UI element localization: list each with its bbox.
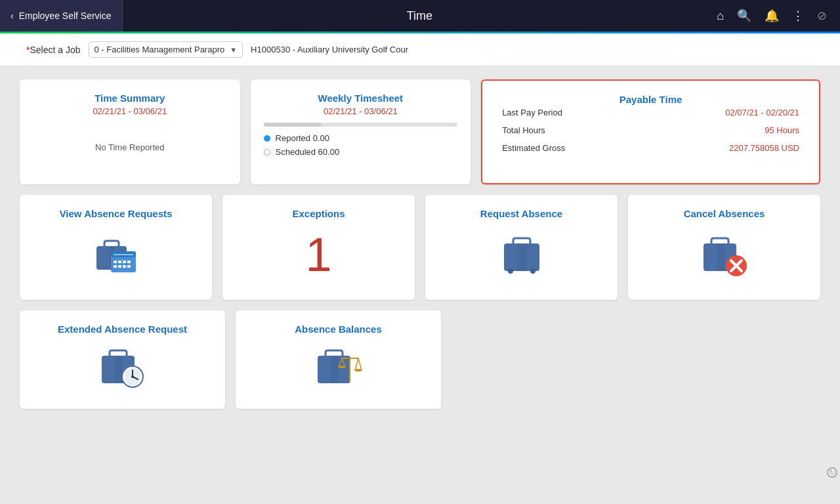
exceptions-count: 1 [305, 231, 331, 278]
estimated-gross-value: 2207.758058 USD [729, 143, 799, 153]
payable-time-content: Last Pay Period 02/07/21 - 02/20/21 Tota… [495, 108, 806, 161]
scheduled-text: Scheduled 60.00 [276, 147, 340, 157]
bottom-cards-row: Extended Absence Request [20, 310, 820, 409]
payable-time-card[interactable]: Payable Time Last Pay Period 02/07/21 - … [481, 79, 820, 184]
extended-absence-card[interactable]: Extended Absence Request [20, 310, 225, 409]
time-summary-card[interactable]: Time Summary 02/21/21 - 03/06/21 No Time… [20, 79, 240, 184]
time-summary-title: Time Summary [94, 93, 165, 104]
top-nav: ‹ Employee Self Service Time ⌂ 🔍 🔔 ⋮ ⊘ [0, 0, 840, 32]
bell-icon[interactable]: 🔔 [765, 9, 779, 23]
nav-back-label: Employee Self Service [19, 10, 112, 21]
svg-rect-5 [114, 261, 117, 263]
cancel-absences-icon [698, 232, 751, 278]
absence-balances-title: Absence Balances [295, 324, 382, 335]
svg-rect-35 [331, 356, 339, 383]
time-summary-date: 02/21/21 - 03/06/21 [93, 106, 167, 116]
view-absence-title: View Absence Requests [60, 208, 173, 219]
svg-point-32 [131, 375, 134, 378]
svg-rect-7 [123, 261, 126, 263]
last-pay-period-label: Last Pay Period [502, 108, 562, 117]
svg-rect-9 [114, 265, 117, 268]
svg-rect-10 [118, 265, 121, 268]
reported-item: Reported 0.00 [264, 133, 458, 143]
progress-bar [264, 123, 458, 127]
extended-absence-title: Extended Absence Request [58, 324, 187, 335]
nav-center: Time [123, 9, 717, 23]
nav-right-icons: ⌂ 🔍 🔔 ⋮ ⊘ [717, 9, 840, 23]
absence-balances-icon-area [312, 337, 365, 396]
reported-text: Reported 0.00 [276, 133, 329, 143]
nav-page-title: Time [407, 9, 432, 22]
total-hours-value: 95 Hours [765, 125, 799, 135]
svg-point-18 [530, 268, 536, 274]
no-entry-icon: ⊘ [817, 9, 827, 23]
progress-bar-fill [264, 123, 322, 127]
job-select-value: 0 - Facilities Management Parapro [94, 45, 225, 54]
exceptions-card[interactable]: Exceptions 1 [222, 195, 415, 300]
total-hours-label: Total Hours [502, 125, 545, 135]
svg-point-17 [508, 268, 513, 274]
back-nav[interactable]: ‹ Employee Self Service [0, 0, 123, 32]
exceptions-title: Exceptions [292, 208, 345, 219]
absence-balances-card[interactable]: Absence Balances [236, 310, 441, 409]
more-menu-icon[interactable]: ⋮ [792, 9, 804, 23]
dropdown-chevron-icon: ▼ [230, 46, 237, 54]
required-asterisk: * [26, 45, 30, 55]
timesheet-content: Reported 0.00 Scheduled 60.00 [264, 123, 458, 161]
estimated-gross-row: Estimated Gross 2207.758058 USD [495, 143, 806, 153]
main-content: Time Summary 02/21/21 - 03/06/21 No Time… [0, 66, 840, 504]
last-pay-period-row: Last Pay Period 02/07/21 - 02/20/21 [495, 108, 806, 117]
svg-rect-21 [717, 243, 724, 271]
view-absence-icon [90, 232, 142, 278]
cancel-absences-title: Cancel Absences [684, 208, 765, 219]
cancel-absences-icon-area [698, 222, 751, 287]
job-selector-label: *Select a Job [26, 45, 81, 55]
payable-time-title: Payable Time [620, 94, 682, 105]
svg-rect-8 [127, 261, 131, 263]
request-absence-card[interactable]: Request Absence [425, 195, 618, 300]
last-pay-period-value: 02/07/21 - 02/20/21 [725, 108, 799, 117]
svg-rect-16 [517, 243, 526, 271]
no-time-reported-text: No Time Reported [95, 142, 165, 152]
estimated-gross-label: Estimated Gross [502, 143, 565, 153]
top-cards-row: Time Summary 02/21/21 - 03/06/21 No Time… [20, 79, 820, 184]
scroll-indicator[interactable]: ↻ [827, 467, 837, 478]
search-icon[interactable]: 🔍 [737, 9, 751, 23]
scheduled-item: Scheduled 60.00 [264, 147, 458, 157]
weekly-timesheet-card[interactable]: Weekly Timesheet 02/21/21 - 03/06/21 Rep… [251, 79, 471, 184]
reported-dot [264, 135, 270, 142]
scheduled-dot [264, 149, 270, 156]
svg-point-38 [339, 366, 345, 368]
job-select-dropdown[interactable]: 0 - Facilities Management Parapro ▼ [89, 41, 243, 58]
empty-card-1 [452, 310, 631, 409]
request-absence-icon [499, 232, 545, 278]
svg-point-39 [355, 369, 362, 371]
extended-absence-icon [96, 344, 149, 390]
weekly-timesheet-date: 02/21/21 - 03/06/21 [324, 106, 398, 116]
cancel-absences-card[interactable]: Cancel Absences [628, 195, 820, 300]
job-secondary-text: H1000530 - Auxiliary University Golf Cou… [251, 45, 408, 54]
time-summary-body: No Time Reported [95, 123, 165, 171]
absence-balances-icon [312, 344, 365, 390]
back-chevron-icon: ‹ [10, 10, 14, 21]
exceptions-icon-area: 1 [305, 222, 331, 287]
svg-rect-27 [115, 356, 123, 383]
middle-cards-row: View Absence Requests [20, 195, 820, 300]
job-selector-row: *Select a Job 0 - Facilities Management … [0, 33, 840, 66]
empty-card-2 [641, 310, 820, 409]
weekly-timesheet-title: Weekly Timesheet [318, 93, 404, 104]
total-hours-row: Total Hours 95 Hours [495, 125, 806, 135]
extended-absence-icon-area [96, 337, 149, 396]
svg-rect-6 [118, 261, 121, 263]
home-icon[interactable]: ⌂ [717, 9, 724, 23]
view-absence-icon-area [90, 222, 142, 287]
request-absence-icon-area [499, 222, 545, 287]
view-absence-card[interactable]: View Absence Requests [20, 195, 212, 300]
svg-rect-12 [127, 265, 131, 268]
request-absence-title: Request Absence [480, 208, 562, 219]
svg-rect-11 [123, 265, 126, 268]
